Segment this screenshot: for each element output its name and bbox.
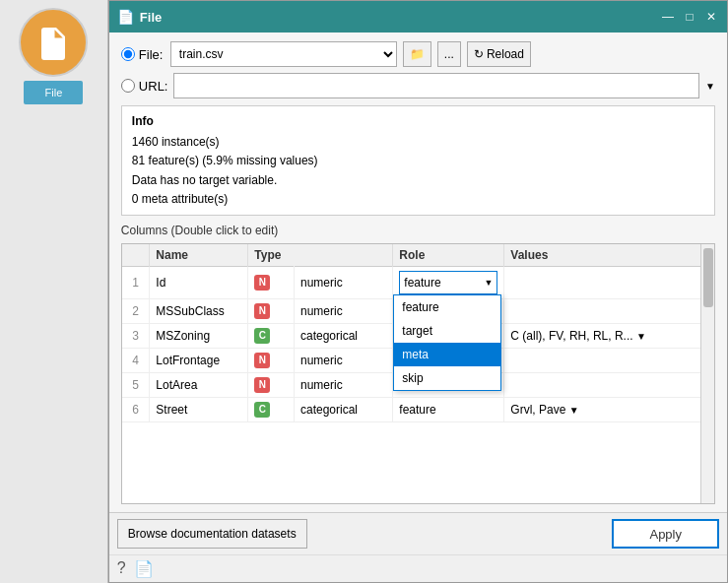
info-line1: 1460 instance(s) <box>132 133 704 152</box>
row-name: LotArea <box>150 372 248 397</box>
row-type-badge: N <box>248 298 295 323</box>
row-num: 1 <box>122 266 150 298</box>
content-area: File: train.csv 📁 ... ↻ Reload URL: ▼ <box>109 32 727 512</box>
row-values: Grvl, Pave ▼ <box>504 397 714 421</box>
row-type-name: numeric <box>294 348 392 372</box>
info-line2: 81 feature(s) (5.9% missing values) <box>132 152 704 170</box>
dropdown-item-skip[interactable]: skip <box>394 366 500 390</box>
row-name: LotFrontage <box>150 348 248 372</box>
row-values: C (all), FV, RH, RL, R... ▼ <box>504 323 714 348</box>
url-dropdown-arrow: ▼ <box>705 81 715 92</box>
row-num: 6 <box>122 397 150 421</box>
footer-icons: ? 📄 <box>109 554 727 582</box>
table-row: 6 Street C categorical feature Grvl, Pav… <box>122 397 714 421</box>
row-name: MSSubClass <box>150 298 248 323</box>
url-input[interactable] <box>173 73 699 98</box>
table-wrapper: Name Type Role Values 1 Id N numeric <box>121 243 715 504</box>
title-bar-controls: — □ ✕ <box>660 9 719 25</box>
apply-button[interactable]: Apply <box>612 519 719 549</box>
row-values <box>504 266 714 298</box>
file-radio[interactable] <box>121 47 135 61</box>
street-values-dropdown[interactable]: ▼ <box>569 405 579 416</box>
main-window: 📄 File — □ ✕ File: train.csv 📁 ... ↻ Rel… <box>108 0 728 583</box>
row-values <box>504 372 714 397</box>
col-header-role: Role <box>393 244 504 267</box>
role-dropdown-popup: feature target meta skip <box>393 294 501 391</box>
row-num: 4 <box>122 348 150 372</box>
doc-icon[interactable]: 📄 <box>134 559 154 578</box>
sidebar-icon-container <box>19 8 88 77</box>
info-line3: Data has no target variable. <box>132 171 704 190</box>
info-box: Info 1460 instance(s) 81 feature(s) (5.9… <box>121 105 715 216</box>
row-type-badge: N <box>248 372 295 397</box>
row-num: 3 <box>122 323 150 348</box>
row-name: Street <box>150 397 248 421</box>
role-dropdown-display[interactable]: feature ▼ <box>399 271 497 294</box>
scroll-thumb <box>703 248 713 307</box>
file-icon <box>35 25 71 60</box>
dropdown-item-meta[interactable]: meta <box>394 343 500 366</box>
row-num: 2 <box>122 298 150 323</box>
url-radio-label[interactable]: URL: <box>121 79 168 94</box>
row-type-name: numeric <box>294 372 392 397</box>
row-type-name: categorical <box>294 323 392 348</box>
col-header-type: Type <box>248 244 393 267</box>
folder-icon: 📁 <box>410 47 425 61</box>
row-name: Id <box>150 266 248 298</box>
file-row: File: train.csv 📁 ... ↻ Reload <box>121 40 715 68</box>
col-header-name: Name <box>150 244 248 267</box>
dropdown-arrow-icon: ▼ <box>484 278 493 288</box>
file-browse-button[interactable]: ... <box>437 41 461 67</box>
reload-icon: ↻ <box>474 47 484 61</box>
values-dropdown-icon[interactable]: ▼ <box>636 331 646 342</box>
table-scrollbar[interactable] <box>700 244 714 503</box>
title-bar: 📄 File — □ ✕ <box>109 1 727 32</box>
bottom-bar: Browse documentation datasets Apply <box>109 512 727 554</box>
row-type-name: numeric <box>294 298 392 323</box>
sidebar: File <box>0 0 108 583</box>
info-title: Info <box>132 112 704 131</box>
sidebar-file-label[interactable]: File <box>24 81 83 104</box>
info-line4: 0 meta attribute(s) <box>132 190 704 209</box>
row-role: feature <box>393 397 504 421</box>
row-num: 5 <box>122 372 150 397</box>
title-bar-title: File <box>140 10 654 25</box>
row-values <box>504 298 714 323</box>
row-values <box>504 348 714 372</box>
url-radio[interactable] <box>121 79 135 93</box>
row-type-name: categorical <box>294 397 392 421</box>
url-row: URL: ▼ <box>121 72 715 99</box>
title-bar-icon: 📄 <box>117 9 134 25</box>
row-type-name: numeric <box>294 266 392 298</box>
row-name: MSZoning <box>150 323 248 348</box>
maximize-button[interactable]: □ <box>682 9 697 25</box>
row-role[interactable]: feature ▼ feature target meta skip <box>393 266 504 298</box>
help-icon[interactable]: ? <box>117 559 126 578</box>
dropdown-item-feature[interactable]: feature <box>394 295 500 319</box>
row-type-badge: C <box>248 323 295 348</box>
browse-docs-button[interactable]: Browse documentation datasets <box>117 519 307 549</box>
file-radio-label[interactable]: File: <box>121 47 165 62</box>
table-row: 1 Id N numeric feature ▼ feature <box>122 266 714 298</box>
file-folder-button[interactable]: 📁 <box>403 41 431 67</box>
dropdown-item-target[interactable]: target <box>394 319 500 343</box>
columns-table: Name Type Role Values 1 Id N numeric <box>122 244 714 422</box>
close-button[interactable]: ✕ <box>703 9 719 25</box>
col-header-num <box>122 244 150 267</box>
col-header-values: Values <box>504 244 714 267</box>
reload-button[interactable]: ↻ Reload <box>467 41 531 67</box>
columns-label: Columns (Double click to edit) <box>121 224 715 237</box>
file-select[interactable]: train.csv <box>170 41 397 67</box>
row-type-badge: C <box>248 397 295 421</box>
row-type-badge: N <box>248 348 295 372</box>
row-type-badge: N <box>248 266 295 298</box>
minimize-button[interactable]: — <box>660 9 676 25</box>
